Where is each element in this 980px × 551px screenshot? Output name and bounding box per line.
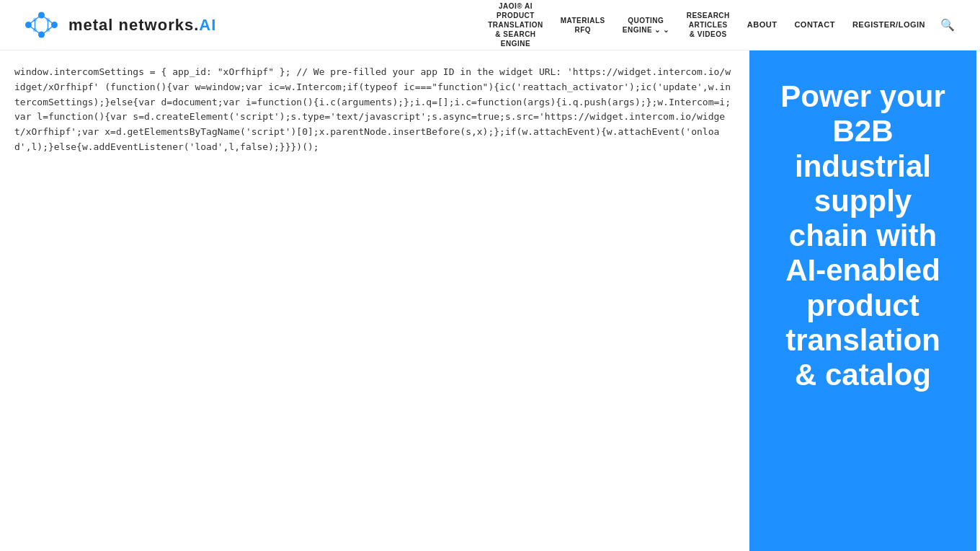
- nav-item-register[interactable]: REGISTER/LOGIN: [847, 16, 931, 33]
- left-panel: window.intercomSettings = { app_id: "xOr…: [0, 50, 749, 551]
- nav-item-jaoi[interactable]: JAOI® AI PRODUCT TRANSLATION & SEARCH EN…: [482, 0, 548, 52]
- logo-text: metal networks.AI: [68, 16, 216, 35]
- header: metal networks.AI JAOI® AI PRODUCT TRANS…: [0, 0, 980, 50]
- nav-links: JAOI® AI PRODUCT TRANSLATION & SEARCH EN…: [482, 0, 958, 52]
- nav-item-materials[interactable]: MATERIALS RFQ: [555, 12, 611, 38]
- logo-icon: [22, 9, 61, 41]
- nav-item-contact[interactable]: CONTACT: [788, 16, 840, 33]
- search-icon[interactable]: 🔍: [937, 14, 958, 35]
- nav-item-research[interactable]: RESEARCH ARTICLES & VIDEOS: [681, 7, 736, 43]
- code-content: window.intercomSettings = { app_id: "xOr…: [14, 66, 731, 152]
- main: window.intercomSettings = { app_id: "xOr…: [0, 0, 980, 551]
- hero-headline: Power your B2B industrial supply chain w…: [771, 79, 955, 393]
- nav-item-quoting[interactable]: QUOTING ENGINE ⌄: [617, 12, 675, 38]
- logo-area[interactable]: metal networks.AI: [22, 9, 216, 41]
- nav-item-about[interactable]: ABOUT: [741, 16, 783, 33]
- right-panel: Power your B2B industrial supply chain w…: [749, 50, 976, 551]
